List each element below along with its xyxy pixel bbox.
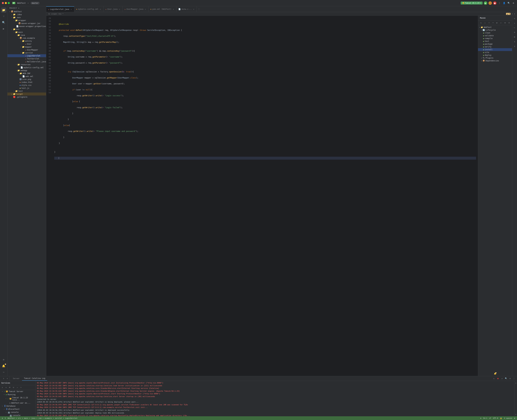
status-encoding[interactable]: UTF-8 [493,417,498,419]
service-item-console1[interactable]: ▾ 💻 console [0,411,36,414]
bottom-tab-catalina[interactable]: Tomcat Catalina Log [22,376,47,381]
tree-item-loginservlet[interactable]: ▸ ☕ LoginServlet [8,54,46,57]
tab-usermapper[interactable]: ☕ UserMapper.java ✕ [123,6,149,12]
panel-notifications-icon[interactable]: 🔔 [494,372,497,375]
maven-item-install[interactable]: ◉ install [478,48,512,51]
tree-item-main[interactable]: ▾ 📁 main [8,31,46,34]
status-indentation[interactable]: 4 spaces [504,417,512,419]
maven-run2-icon[interactable]: ▷ [499,21,503,24]
tomcat-run-button[interactable]: 🐱 Tomcat 10.1.23 ▾ [461,1,483,5]
maven-expand-icon[interactable]: ⊞ [503,21,507,24]
tab-close-mvnw[interactable]: ✕ [193,8,195,10]
rs-download-icon[interactable]: ↓ [513,21,517,25]
rs-expand-icon[interactable]: ⊞ [513,35,517,39]
tree-item-resources[interactable]: ▾ 📁 resources [8,63,46,66]
svc-scroll-down-icon[interactable]: ∨ [4,386,8,389]
tree-item-test[interactable]: ▸ 📁 test [8,90,46,92]
expand-icon[interactable]: ∧ [512,13,513,15]
svc-eye-icon[interactable]: 👁 [8,386,11,389]
tab-close-usermapper[interactable]: ✕ [144,8,146,10]
close-panel-icon[interactable]: ✕ [6,377,9,380]
tab-mybatis[interactable]: ◈ mybatis-config.xml ✕ [74,6,103,12]
debug-icon[interactable]: 🐛 [488,1,492,5]
tree-root[interactable]: ▸ 📦 WebTest [8,10,46,13]
maven-item-webtest[interactable]: ▾ 📁 WebTest [478,26,512,29]
status-settings-icon[interactable]: ⚙ [2,417,3,419]
maven-item-plugins[interactable]: ▸ 🔌 Plugins [478,57,512,59]
maven-download2-icon[interactable]: ⬇ [487,21,491,24]
collapse-all-icon[interactable]: ∧ [2,377,5,380]
tree-item-java[interactable]: ▾ 📁 java [8,34,46,37]
maven-item-validate[interactable]: ◉ validate [478,34,512,37]
more-options-icon[interactable]: ⋮ [498,1,501,5]
bottom-tab-server[interactable]: Server [11,376,21,381]
log-panel[interactable]: 03-May-2024 22:34:54.887 INFO [main] org… [36,381,515,416]
bt-stop-icon[interactable]: ■ [496,377,500,380]
activity-vcs-icon[interactable]: ⑂ [1,14,6,19]
status-vcs-icon[interactable]: V [5,417,6,419]
tab-close-mybatis[interactable]: ✕ [99,8,101,10]
activity-run-icon[interactable]: ▶ [1,26,6,31]
activity-git-icon[interactable]: M [1,357,6,362]
tree-item-icon-png[interactable]: ▸ 🖼 icon.png [8,78,46,81]
tab-close-user[interactable]: ✕ [118,8,121,10]
svc-redirect-icon[interactable]: ↗ [15,386,19,389]
status-gear2-icon[interactable]: ⚙ [480,417,481,419]
maven-item-lifecycle[interactable]: ▾ 🔄 Lifecycle [478,29,512,31]
branch-selector[interactable]: master [30,2,40,5]
tab-user[interactable]: ☕ User.java ✕ [103,6,122,12]
tree-item-gitignore[interactable]: ▸ 🔴 .gitignore [8,96,46,98]
profile-icon[interactable]: 👤 [502,1,506,5]
tree-item-helloservlet[interactable]: ▸ ☕ HelloServlet.java [8,60,46,63]
rs-scroll-up-icon[interactable]: ∧ [513,39,517,44]
close-button[interactable] [2,2,4,4]
tab-loginservlet[interactable]: ☕ LoginServlet.java ✕ [46,6,74,12]
tree-item-mapper[interactable]: ▾ 📁 mapper [8,45,46,48]
tab-mvnw[interactable]: 📄 mvnw.c... ✕ [176,6,197,12]
svc-add-icon[interactable]: + [19,386,23,389]
tree-item-mybatis-config[interactable]: ▸ 📄 mybatis-config.xml [8,66,46,69]
maven-refresh-icon[interactable]: ↻ [479,21,483,24]
tree-item-com-example[interactable]: ▾ 📦 com.example [8,37,46,39]
maven-item-dependencies[interactable]: ▸ 📦 Dependencies [478,59,512,62]
tree-item-usermapper[interactable]: ▸ ☕ UserMapper [8,48,46,51]
stop-icon[interactable]: ■ [493,1,496,5]
tab-close-loginservlet[interactable]: ✕ [70,8,72,10]
search-icon[interactable]: 🔍 [507,1,510,5]
run-icon[interactable]: ▶ [484,1,487,5]
status-line-ending[interactable]: LF [489,417,491,419]
code-content[interactable]: @Override protected void doPost(HttpServ… [53,16,478,376]
maven-item-deploy[interactable]: ◉ deploy [478,54,512,57]
service-item-tomcat[interactable]: ▾ ✓ 🐱 Tomcat Server [0,390,36,393]
service-item-running[interactable]: ▾ ▶ Running [0,393,36,396]
service-item-console2[interactable]: ▸ 💻 console [0,414,36,416]
activity-find-icon[interactable]: 🔍 [1,20,6,25]
maven-item-package[interactable]: ◉ package [478,43,512,45]
bt-gear-icon[interactable]: ⚙ [508,377,512,380]
svc-filter-icon[interactable]: ⊟ [12,386,15,389]
tree-item-idea[interactable]: ▸ 📁 .idea [8,13,46,16]
tab-close-pom[interactable]: ✕ [172,8,175,10]
tree-item-wrapper[interactable]: ▾ 📁 wrapper [8,19,46,22]
bt-more-icon[interactable]: ⋮ [512,377,516,380]
tree-item-mvn[interactable]: ▾ 📁 .mvn [8,16,46,19]
tree-item-testjs[interactable]: ▸ ◈ test.js [8,87,46,90]
minimize-button[interactable] [5,2,7,4]
tree-item-target[interactable]: ▸ 📁 target [8,92,46,96]
activity-project-icon[interactable]: 📁 [1,8,6,13]
tree-item-user[interactable]: ▸ ☕ User [8,43,46,45]
tree-item-webapp[interactable]: ▾ 📁 webapp [8,69,46,72]
tree-item-webinf[interactable]: ▾ 📁 WEB-INF [8,72,46,75]
tree-item-servlet[interactable]: ▾ 📁 servlet [8,51,46,54]
tree-item-webxml[interactable]: ▸ 📄 web.xml [8,75,46,78]
rs-refresh-icon[interactable]: ↻ [513,16,517,20]
maven-item-test[interactable]: ◉ test [478,40,512,43]
tree-item-entity[interactable]: ▾ 📁 entity [8,39,46,43]
collapse-icon[interactable]: ∨ [514,13,515,15]
status-position[interactable]: 54:1 [483,417,487,419]
maven-item-site[interactable]: ◉ site [478,51,512,54]
bt-refresh-icon[interactable]: ↻ [492,377,496,380]
maven-item-clean[interactable]: ◉ clean [478,31,512,34]
bt-search-icon[interactable]: 🔍 [504,377,508,380]
maven-run-icon[interactable]: ▶ [495,21,499,24]
